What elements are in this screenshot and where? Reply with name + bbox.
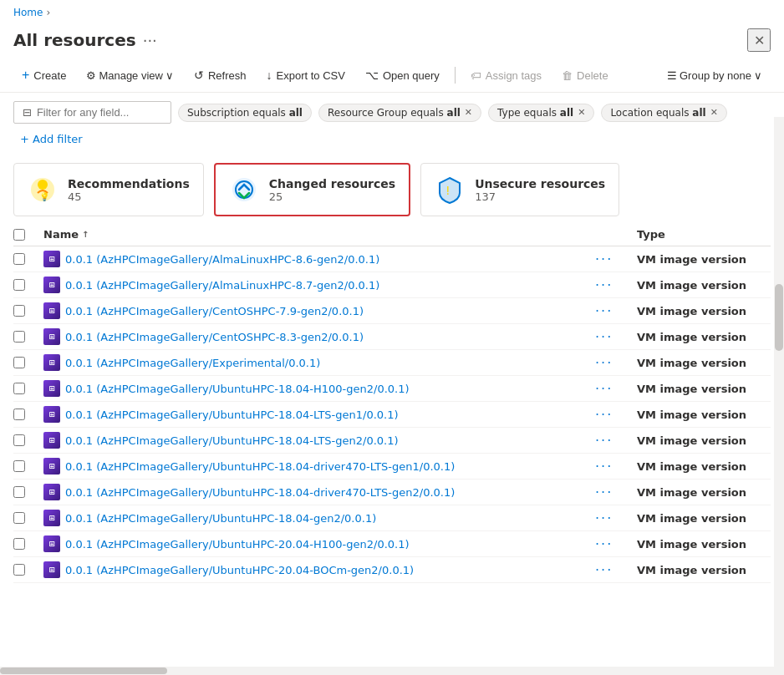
row-more-10[interactable]: ··· — [595, 510, 613, 526]
sort-arrow-icon[interactable]: ↑ — [82, 230, 89, 239]
row-checkbox-4[interactable] — [13, 357, 25, 368]
row-name-7[interactable]: 0.0.1 (AzHPCImageGallery/UbuntuHPC-18.04… — [65, 434, 399, 447]
row-name-9[interactable]: 0.0.1 (AzHPCImageGallery/UbuntuHPC-18.04… — [65, 486, 455, 499]
group-by-button[interactable]: ☰ Group by none ∨ — [659, 65, 771, 86]
export-csv-button[interactable]: ↓ Export to CSV — [258, 64, 354, 86]
row-type-12: VM image version — [637, 564, 746, 576]
open-query-button[interactable]: ⌥ Open query — [357, 64, 448, 86]
chevron-down-icon: ∨ — [165, 69, 174, 82]
row-name-12[interactable]: 0.0.1 (AzHPCImageGallery/UbuntuHPC-20.04… — [65, 564, 414, 576]
resource-icon-4: ⊞ — [43, 354, 60, 371]
changed-resources-icon — [229, 175, 259, 205]
row-checkbox-1[interactable] — [13, 279, 25, 291]
svg-point-1 — [38, 180, 48, 190]
row-name-0[interactable]: 0.0.1 (AzHPCImageGallery/AlmaLinuxHPC-8.… — [65, 253, 379, 266]
select-all-checkbox[interactable] — [13, 229, 25, 241]
horizontal-scrollbar[interactable] — [0, 667, 774, 675]
table-body: ⊞ 0.0.1 (AzHPCImageGallery/AlmaLinuxHPC-… — [13, 246, 771, 583]
row-type-0: VM image version — [637, 253, 746, 266]
assign-tags-button[interactable]: 🏷 Assign tags — [462, 65, 550, 86]
row-more-7[interactable]: ··· — [595, 433, 613, 449]
header-more-options[interactable]: ··· — [143, 32, 157, 49]
delete-button[interactable]: 🗑 Delete — [553, 65, 617, 86]
row-more-9[interactable]: ··· — [595, 485, 613, 500]
filter-tag-resource-group-close[interactable]: ✕ — [465, 107, 472, 118]
filter-tag-location: Location equals all ✕ — [601, 104, 726, 122]
row-name-6[interactable]: 0.0.1 (AzHPCImageGallery/UbuntuHPC-18.04… — [65, 409, 399, 421]
add-filter-button[interactable]: + Add filter — [13, 130, 89, 148]
row-more-6[interactable]: ··· — [595, 407, 613, 423]
resources-table: Name ↑ Type ⊞ 0.0.1 (AzHPCImageGallery/A… — [0, 223, 784, 639]
row-checkbox-0[interactable] — [13, 253, 25, 265]
refresh-button[interactable]: ↺ Refresh — [186, 64, 255, 86]
row-name-3[interactable]: 0.0.1 (AzHPCImageGallery/CentOSHPC-8.3-g… — [65, 331, 364, 343]
row-name-4[interactable]: 0.0.1 (AzHPCImageGallery/Experimental/0.… — [65, 357, 320, 369]
row-more-3[interactable]: ··· — [595, 329, 613, 345]
row-more-12[interactable]: ··· — [595, 562, 613, 578]
vertical-scrollbar[interactable] — [774, 117, 784, 675]
row-more-8[interactable]: ··· — [595, 459, 613, 475]
chevron-down-icon-group: ∨ — [754, 69, 762, 82]
row-checkbox-6[interactable] — [13, 409, 25, 420]
resource-icon-1: ⊞ — [43, 277, 60, 293]
row-more-2[interactable]: ··· — [595, 303, 613, 319]
row-type-5: VM image version — [637, 383, 746, 395]
create-button[interactable]: + Create — [13, 63, 74, 87]
close-button[interactable]: ✕ — [747, 28, 771, 52]
row-name-11[interactable]: 0.0.1 (AzHPCImageGallery/UbuntuHPC-20.04… — [65, 538, 410, 551]
row-name-2[interactable]: 0.0.1 (AzHPCImageGallery/CentOSHPC-7.9-g… — [65, 305, 364, 317]
filter-input-container[interactable]: ⊟ — [13, 101, 171, 124]
card-recommendations[interactable]: 💡 Recommendations 45 — [13, 163, 204, 216]
row-checkbox-7[interactable] — [13, 434, 25, 446]
manage-view-button[interactable]: ⚙ Manage view ∨ — [78, 65, 182, 86]
tag-icon: 🏷 — [471, 69, 481, 82]
card-unsecure-title: Unsecure resources — [475, 177, 605, 190]
row-checkbox-11[interactable] — [13, 538, 25, 550]
svg-text:!: ! — [445, 184, 451, 197]
resource-icon-0: ⊞ — [43, 251, 60, 267]
table-row: ⊞ 0.0.1 (AzHPCImageGallery/UbuntuHPC-18.… — [13, 454, 771, 480]
row-checkbox-2[interactable] — [13, 305, 25, 317]
filter-tag-location-close[interactable]: ✕ — [710, 107, 718, 118]
resource-icon-12: ⊞ — [43, 561, 60, 578]
row-checkbox-3[interactable] — [13, 331, 25, 343]
row-checkbox-10[interactable] — [13, 512, 25, 524]
scrollbar-thumb[interactable] — [775, 284, 783, 351]
row-type-2: VM image version — [637, 305, 746, 317]
table-row: ⊞ 0.0.1 (AzHPCImageGallery/CentOSHPC-7.9… — [13, 298, 771, 324]
row-more-5[interactable]: ··· — [595, 381, 613, 397]
recommendations-icon: 💡 — [28, 175, 58, 205]
col-type-label: Type — [637, 228, 771, 241]
table-row: ⊞ 0.0.1 (AzHPCImageGallery/UbuntuHPC-18.… — [13, 376, 771, 402]
row-name-10[interactable]: 0.0.1 (AzHPCImageGallery/UbuntuHPC-18.04… — [65, 512, 376, 525]
filter-tag-type-close[interactable]: ✕ — [578, 107, 585, 118]
row-more-0[interactable]: ··· — [595, 251, 613, 267]
table-row: ⊞ 0.0.1 (AzHPCImageGallery/UbuntuHPC-18.… — [13, 505, 771, 531]
filter-input[interactable] — [37, 106, 162, 119]
horiz-scrollbar-thumb[interactable] — [0, 667, 167, 674]
row-more-1[interactable]: ··· — [595, 277, 613, 293]
row-checkbox-9[interactable] — [13, 486, 25, 498]
row-name-8[interactable]: 0.0.1 (AzHPCImageGallery/UbuntuHPC-18.04… — [65, 460, 455, 473]
col-name-label: Name — [43, 228, 79, 241]
breadcrumb-home[interactable]: Home — [13, 7, 43, 18]
resource-icon-9: ⊞ — [43, 484, 60, 500]
table-row: ⊞ 0.0.1 (AzHPCImageGallery/AlmaLinuxHPC-… — [13, 272, 771, 298]
card-changed-resources[interactable]: Changed resources 25 — [214, 163, 410, 216]
row-checkbox-12[interactable] — [13, 564, 25, 576]
row-type-6: VM image version — [637, 409, 746, 421]
card-unsecure-resources[interactable]: ! Unsecure resources 137 — [420, 163, 619, 216]
table-row: ⊞ 0.0.1 (AzHPCImageGallery/UbuntuHPC-18.… — [13, 402, 771, 428]
row-more-11[interactable]: ··· — [595, 536, 613, 552]
row-name-1[interactable]: 0.0.1 (AzHPCImageGallery/AlmaLinuxHPC-8.… — [65, 279, 379, 292]
group-icon: ☰ — [667, 69, 677, 82]
unsecure-resources-icon: ! — [435, 175, 465, 205]
table-row: ⊞ 0.0.1 (AzHPCImageGallery/Experimental/… — [13, 350, 771, 376]
row-checkbox-5[interactable] — [13, 383, 25, 394]
row-type-9: VM image version — [637, 486, 746, 499]
row-checkbox-8[interactable] — [13, 460, 25, 472]
row-name-5[interactable]: 0.0.1 (AzHPCImageGallery/UbuntuHPC-18.04… — [65, 383, 410, 395]
row-more-4[interactable]: ··· — [595, 355, 613, 371]
table-row: ⊞ 0.0.1 (AzHPCImageGallery/UbuntuHPC-20.… — [13, 531, 771, 557]
resource-icon-5: ⊞ — [43, 380, 60, 397]
